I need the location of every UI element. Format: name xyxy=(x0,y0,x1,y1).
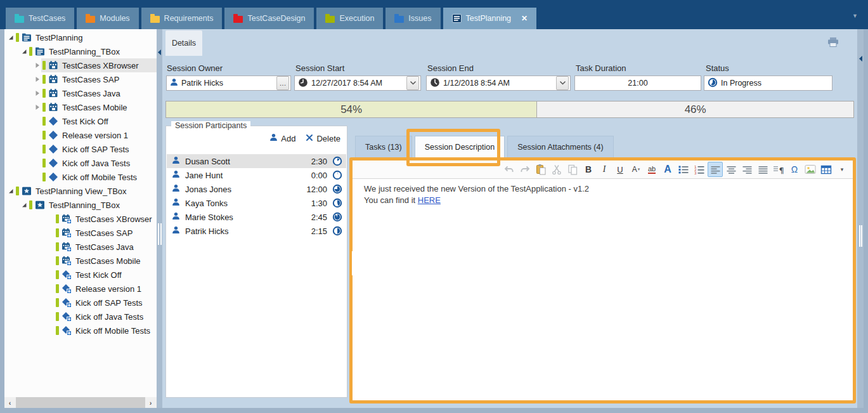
tree-horizontal-scrollbar[interactable]: ‹ › xyxy=(4,397,157,408)
tab-session-description[interactable]: Session Description xyxy=(415,136,505,157)
insert-table-button[interactable] xyxy=(819,162,834,177)
participant-row-patrik-hicks[interactable]: Patrik Hicks2:15 xyxy=(167,224,346,238)
align-center-button[interactable] xyxy=(723,162,739,177)
underline-button[interactable]: U xyxy=(612,162,628,177)
tree-item-testcases-mobile[interactable]: TestCases Mobile xyxy=(4,254,157,268)
session-end-input[interactable]: 1/12/2018 8:54 AM xyxy=(426,75,571,91)
numbered-list-button[interactable]: 123 xyxy=(692,162,707,177)
tree-expander-icon[interactable] xyxy=(34,89,41,97)
italic-button[interactable]: I xyxy=(597,162,612,177)
font-color-button[interactable]: A▾ xyxy=(628,162,644,177)
top-tab-modules[interactable]: Modules xyxy=(77,8,138,29)
tree-expander-icon[interactable] xyxy=(34,75,41,83)
editor-content[interactable]: We just received the new Version of the … xyxy=(353,179,853,400)
participant-row-jane-hunt[interactable]: Jane Hunt0:00 xyxy=(167,168,346,182)
paste-button[interactable] xyxy=(533,162,548,177)
redo-button[interactable] xyxy=(517,162,533,177)
tree-item-kick-off-sap-tests[interactable]: Kick off SAP Tests xyxy=(4,142,157,156)
tree-item-testplanning-tbox[interactable]: TestPlanning_TBox xyxy=(4,198,157,212)
tree-expander-icon[interactable] xyxy=(7,187,15,195)
participant-row-dusan-scott[interactable]: Dusan Scott2:30 xyxy=(167,154,346,168)
tree-item-kick-off-mobile-tests[interactable]: Kick off Mobile Tests xyxy=(4,324,157,338)
participant-row-jonas-jones[interactable]: Jonas Jones12:00 xyxy=(167,182,346,196)
insert-image-button[interactable] xyxy=(803,162,818,177)
status-input[interactable]: In Progress xyxy=(704,75,832,91)
highlight-button[interactable]: ab xyxy=(644,162,659,177)
tree-item-testcases-sap[interactable]: TestCases SAP xyxy=(4,226,157,240)
scroll-left-icon[interactable]: ‹ xyxy=(4,397,15,408)
tab-label: TestCases xyxy=(29,14,65,23)
align-justify-button[interactable] xyxy=(755,162,770,177)
tree-item-testplanning-view-tbox[interactable]: TestPlanning View_TBox xyxy=(4,184,157,198)
collapse-left-icon[interactable] xyxy=(157,47,162,58)
tab-tasks-13[interactable]: Tasks (13) xyxy=(355,136,412,157)
tree-expander-icon[interactable] xyxy=(20,48,28,55)
align-right-button[interactable] xyxy=(739,162,755,177)
tree-expander-icon[interactable] xyxy=(34,103,41,111)
tree-item-kick-off-java-tests[interactable]: Kick off Java Tests xyxy=(4,310,157,324)
tree-expander-icon[interactable] xyxy=(7,34,15,41)
tree-item-testcases-java[interactable]: TestCases Java xyxy=(4,240,157,254)
session-start-input[interactable]: 12/27/2017 8:54 AM xyxy=(294,75,421,91)
tree-item-testplanning[interactable]: TestPlanning xyxy=(4,30,157,44)
editor-splitter-grip[interactable] xyxy=(352,251,353,275)
tree-item-release-version-1[interactable]: Release version 1 xyxy=(4,128,157,142)
right-splitter[interactable] xyxy=(857,29,864,408)
top-tab-requirements[interactable]: Requirements xyxy=(141,8,223,29)
top-tab-testplanning[interactable]: TestPlanning✕ xyxy=(443,8,537,29)
special-char-button[interactable]: Ω xyxy=(787,162,802,177)
tree-item-release-version-1[interactable]: Release version 1 xyxy=(4,282,157,296)
collapse-left-icon[interactable] xyxy=(858,53,863,65)
copy-button[interactable] xyxy=(565,162,580,177)
tree-item-testcases-xbrowser[interactable]: TestCases XBrowser xyxy=(4,212,157,226)
undo-button[interactable] xyxy=(502,162,517,177)
session-owner-input[interactable]: Patrik Hicks … xyxy=(166,75,291,91)
tree-item-label: Release version 1 xyxy=(75,284,141,294)
close-icon[interactable]: ✕ xyxy=(521,14,528,23)
tree-item-test-kick-off[interactable]: Test Kick Off xyxy=(4,268,157,282)
participant-row-kaya-tonks[interactable]: Kaya Tonks1:30 xyxy=(167,196,346,210)
tab-details[interactable]: Details xyxy=(165,30,202,56)
participant-row-marie-stokes[interactable]: Marie Stokes2:45 xyxy=(167,210,346,224)
session-owner-browse-button[interactable]: … xyxy=(276,76,289,90)
bullet-list-button[interactable] xyxy=(676,162,691,177)
tree-item-kick-off-java-tests[interactable]: Kick off Java Tests xyxy=(4,156,157,170)
top-tab-execution[interactable]: Execution xyxy=(316,8,383,29)
scroll-right-icon[interactable]: › xyxy=(145,397,156,408)
print-icon[interactable] xyxy=(827,37,839,48)
tab-overflow-chevron-down-icon[interactable]: ▼ xyxy=(852,13,858,19)
tree-item-testcases-xbrowser[interactable]: TestCases XBrowser xyxy=(4,58,157,72)
tree-item-kick-off-sap-tests[interactable]: Kick off SAP Tests xyxy=(4,296,157,310)
tree-item-kick-off-mobile-tests[interactable]: Kick off Mobile Tests xyxy=(4,170,157,184)
tree-item-testcases-sap[interactable]: TestCases SAP xyxy=(4,72,157,86)
tree-item-test-kick-off[interactable]: Test Kick Off xyxy=(4,114,157,128)
tree-expander-icon[interactable] xyxy=(20,201,28,209)
status-bar-icon xyxy=(56,242,59,251)
font-button[interactable]: A xyxy=(660,162,675,177)
top-tab-testcases[interactable]: TestCases xyxy=(6,8,74,29)
scrollbar-thumb[interactable] xyxy=(16,397,145,408)
tree-item-label: Kick off Mobile Tests xyxy=(75,326,150,336)
add-participant-button[interactable]: Add xyxy=(269,133,295,143)
session-participants-panel: Session Participants Add Delete Dusan Sc… xyxy=(165,126,347,398)
tree-item-testcases-java[interactable]: TestCases Java xyxy=(4,86,157,100)
task-duration-input[interactable]: 21:00 xyxy=(574,75,701,91)
top-tab-issues[interactable]: Issues xyxy=(385,8,440,29)
diamond-plus-icon xyxy=(62,270,72,280)
tree-expander-icon[interactable] xyxy=(34,62,41,69)
tree-item-testplanning-tbox[interactable]: TestPlanning_TBox xyxy=(4,44,157,58)
clock-icon xyxy=(298,77,308,89)
bold-button[interactable]: B xyxy=(581,162,596,177)
tree-splitter[interactable] xyxy=(157,29,162,408)
top-tab-testcasedesign[interactable]: TestCaseDesign xyxy=(224,8,314,29)
session-end-dropdown-button[interactable] xyxy=(556,76,569,90)
tab-session-attachments-4[interactable]: Session Attachments (4) xyxy=(507,136,613,157)
tree-item-testcases-mobile[interactable]: TestCases Mobile xyxy=(4,100,157,114)
session-start-dropdown-button[interactable] xyxy=(406,76,419,90)
toolbar-more-button[interactable]: ▾ xyxy=(834,162,850,177)
here-link[interactable]: HERE xyxy=(418,195,441,205)
align-left-button[interactable] xyxy=(708,162,723,177)
cut-button[interactable] xyxy=(549,162,564,177)
delete-participant-button[interactable]: Delete xyxy=(306,134,340,143)
paragraph-button[interactable]: ¶ xyxy=(771,162,786,177)
